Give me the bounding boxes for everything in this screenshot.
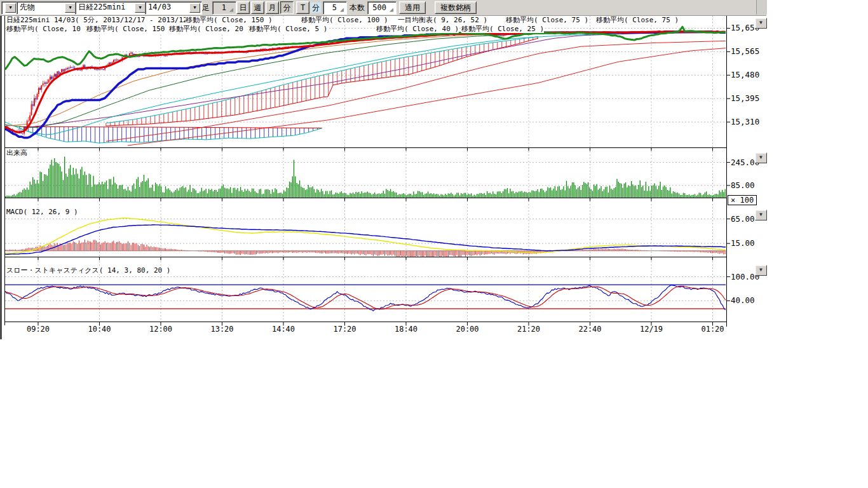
y-axis-label: 15,480 bbox=[731, 70, 759, 79]
spinner-icon[interactable]: ◢ bbox=[338, 5, 346, 13]
legend-item: 移動平均( Close, 20 ) bbox=[169, 25, 252, 33]
minute-value-spinner[interactable]: ◢ bbox=[323, 1, 347, 15]
y-axis-label: 15,395 bbox=[731, 93, 759, 103]
spinner-icon[interactable]: ◢ bbox=[388, 5, 395, 13]
x-axis-label: 10:40 bbox=[83, 325, 116, 334]
y-axis-label: 65.00 bbox=[731, 214, 755, 224]
legend-item: 移動平均( Close, 150 ) bbox=[186, 16, 273, 24]
x-axis-label: 17:20 bbox=[329, 325, 362, 334]
x-axis-label: 12/19 bbox=[635, 325, 668, 334]
x-axis-label: 20:00 bbox=[451, 325, 484, 334]
chart-area[interactable]: 日経225mini 14/03( 5分, 2013/12/17 - 2013/1… bbox=[0, 0, 868, 488]
x-axis-label: 18:40 bbox=[390, 325, 423, 334]
legend-item: 移動平均( Close, 75 ) bbox=[506, 16, 588, 24]
chart-title: 日経225mini 14/03( 5分, 2013/12/17 - 2013/1… bbox=[6, 16, 208, 24]
y-axis-label: 85.00 bbox=[731, 180, 755, 190]
legend-item: 移動平均( Close, 40 ) bbox=[376, 25, 459, 33]
minute-button[interactable]: 分 bbox=[280, 1, 294, 14]
x-axis-label: 13:20 bbox=[206, 325, 239, 334]
day-button[interactable]: 日 bbox=[236, 1, 250, 14]
macd-scale-menu-button[interactable]: ▼ bbox=[755, 210, 767, 220]
y-axis-label: 15,565 bbox=[731, 46, 759, 56]
toolbar-right-strip bbox=[756, 0, 767, 15]
symbol-value: 日経225mini bbox=[78, 3, 126, 11]
contract-select[interactable]: 14/03▼ bbox=[145, 1, 202, 15]
category-select[interactable]: 先物▼ bbox=[17, 1, 78, 15]
window-select[interactable]: ▼ bbox=[1, 1, 18, 15]
toolbar: ▼ 先物▼ 日経225mini▼ 14/03▼ 足 ◢ 日 週 月 分 T 分 … bbox=[0, 0, 766, 16]
bar-type-label: 足 bbox=[202, 3, 210, 13]
legend-item: 移動平均( Close, 25 ) bbox=[461, 25, 544, 33]
contract-value: 14/03 bbox=[148, 3, 171, 11]
tick-button[interactable]: T bbox=[296, 1, 309, 14]
scale-multiplier-badge: × 100 bbox=[728, 195, 757, 205]
legend-item: 移動平均( Close, 100 ) bbox=[301, 16, 388, 24]
chevron-down-icon: ▼ bbox=[65, 3, 76, 13]
bar-period-spinner[interactable]: ◢ bbox=[212, 1, 236, 15]
x-axis-label: 09:20 bbox=[22, 325, 55, 334]
chevron-down-icon: ▼ bbox=[5, 3, 16, 13]
symbol-select[interactable]: 日経225mini▼ bbox=[75, 1, 147, 15]
stoch-pane-label: スロー・ストキャスティクス( 14, 3, 80, 20 ) bbox=[6, 266, 170, 274]
x-axis-label: 01:20 bbox=[696, 325, 729, 334]
category-value: 先物 bbox=[20, 3, 35, 11]
volume-scale-menu-button[interactable]: ▼ bbox=[755, 152, 767, 163]
week-button[interactable]: 週 bbox=[251, 1, 264, 14]
legend-item: 移動平均( Close, 5 ) bbox=[249, 25, 327, 33]
spinner-icon[interactable]: ◢ bbox=[227, 5, 235, 13]
apply-button[interactable]: 適用 bbox=[399, 1, 426, 14]
x-axis-label: 12:00 bbox=[144, 325, 177, 334]
bar-period-input[interactable] bbox=[214, 3, 227, 12]
legend-item: 移動平均( Close, 75 ) bbox=[596, 16, 679, 24]
volume-pane-label: 出来高 bbox=[6, 149, 27, 157]
legend-item: 移動平均( Close, 10 ) bbox=[6, 25, 89, 33]
minute-value-input[interactable] bbox=[324, 3, 338, 12]
x-axis-label: 22:40 bbox=[574, 325, 607, 334]
legend-item: 移動平均( Close, 150 ) bbox=[86, 25, 173, 33]
macd-pane-label: MACD( 12, 26, 9 ) bbox=[6, 208, 78, 216]
bar-count-input[interactable] bbox=[369, 3, 388, 12]
bar-count-spinner[interactable]: ◢ bbox=[367, 1, 397, 15]
y-axis-label: 15.00 bbox=[731, 238, 755, 248]
y-axis-label: 40.00 bbox=[731, 295, 755, 305]
price-scale-menu-button[interactable]: ▼ bbox=[755, 18, 767, 29]
stoch-scale-menu-button[interactable]: ▼ bbox=[755, 265, 767, 276]
month-button[interactable]: 月 bbox=[266, 1, 279, 14]
x-axis-label: 14:40 bbox=[267, 325, 300, 334]
chevron-down-icon: ▼ bbox=[189, 3, 200, 13]
legend-item: 一目均衡表( 9, 26, 52 ) bbox=[398, 16, 487, 24]
x-axis-label: 21:20 bbox=[512, 325, 545, 334]
minute-unit-label: 分 bbox=[311, 3, 321, 13]
multi-symbol-button[interactable]: 複数銘柄 bbox=[435, 1, 477, 14]
bar-count-label: 本数 bbox=[349, 3, 365, 13]
chevron-down-icon: ▼ bbox=[135, 3, 146, 13]
y-axis-label: 15,310 bbox=[731, 117, 759, 126]
